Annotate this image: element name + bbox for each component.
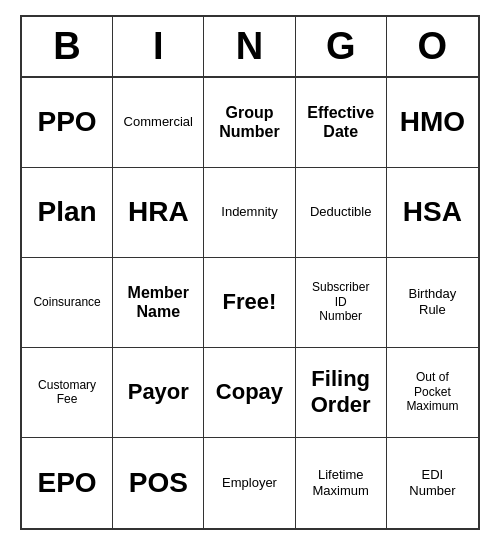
cell-r0-c1: Commercial bbox=[113, 78, 204, 168]
cell-r4-c3: LifetimeMaximum bbox=[296, 438, 387, 528]
cell-text: EffectiveDate bbox=[307, 103, 374, 141]
cell-r0-c4: HMO bbox=[387, 78, 478, 168]
cell-r2-c0: Coinsurance bbox=[22, 258, 113, 348]
cell-text: HSA bbox=[403, 195, 462, 229]
cell-r2-c3: SubscriberIDNumber bbox=[296, 258, 387, 348]
cell-text: Commercial bbox=[124, 114, 193, 130]
cell-r3-c1: Payor bbox=[113, 348, 204, 438]
cell-r1-c3: Deductible bbox=[296, 168, 387, 258]
cell-r1-c1: HRA bbox=[113, 168, 204, 258]
cell-text: EDINumber bbox=[409, 467, 455, 498]
cell-r0-c2: GroupNumber bbox=[204, 78, 295, 168]
cell-r4-c4: EDINumber bbox=[387, 438, 478, 528]
cell-text: MemberName bbox=[128, 283, 189, 321]
header-letter: B bbox=[22, 17, 113, 76]
cell-r0-c0: PPO bbox=[22, 78, 113, 168]
cell-text: PPO bbox=[38, 105, 97, 139]
cell-text: LifetimeMaximum bbox=[313, 467, 369, 498]
bingo-grid: PPOCommercialGroupNumberEffectiveDateHMO… bbox=[22, 78, 478, 528]
cell-r4-c0: EPO bbox=[22, 438, 113, 528]
header-letter: I bbox=[113, 17, 204, 76]
cell-text: EPO bbox=[38, 466, 97, 500]
cell-r3-c2: Copay bbox=[204, 348, 295, 438]
cell-text: CustomaryFee bbox=[38, 378, 96, 407]
cell-r2-c1: MemberName bbox=[113, 258, 204, 348]
cell-text: Coinsurance bbox=[33, 295, 100, 309]
cell-r3-c3: FilingOrder bbox=[296, 348, 387, 438]
cell-text: FilingOrder bbox=[311, 366, 371, 419]
header-letter: G bbox=[296, 17, 387, 76]
cell-text: Plan bbox=[38, 195, 97, 229]
header-letter: O bbox=[387, 17, 478, 76]
cell-text: SubscriberIDNumber bbox=[312, 280, 369, 323]
cell-text: Indemnity bbox=[221, 204, 277, 220]
cell-text: Employer bbox=[222, 475, 277, 491]
cell-text: BirthdayRule bbox=[409, 286, 457, 317]
cell-text: Payor bbox=[128, 379, 189, 405]
cell-r4-c1: POS bbox=[113, 438, 204, 528]
cell-r1-c0: Plan bbox=[22, 168, 113, 258]
cell-r3-c0: CustomaryFee bbox=[22, 348, 113, 438]
cell-text: GroupNumber bbox=[219, 103, 279, 141]
cell-r2-c2: Free! bbox=[204, 258, 295, 348]
cell-text: Out ofPocketMaximum bbox=[406, 370, 458, 413]
cell-r3-c4: Out ofPocketMaximum bbox=[387, 348, 478, 438]
cell-text: HMO bbox=[400, 105, 465, 139]
bingo-header: BINGO bbox=[22, 17, 478, 78]
cell-text: Free! bbox=[223, 289, 277, 315]
header-letter: N bbox=[204, 17, 295, 76]
cell-text: POS bbox=[129, 466, 188, 500]
cell-text: Deductible bbox=[310, 204, 371, 220]
cell-r1-c2: Indemnity bbox=[204, 168, 295, 258]
cell-r4-c2: Employer bbox=[204, 438, 295, 528]
cell-r2-c4: BirthdayRule bbox=[387, 258, 478, 348]
cell-text: Copay bbox=[216, 379, 283, 405]
bingo-card: BINGO PPOCommercialGroupNumberEffectiveD… bbox=[20, 15, 480, 530]
cell-r1-c4: HSA bbox=[387, 168, 478, 258]
cell-text: HRA bbox=[128, 195, 189, 229]
cell-r0-c3: EffectiveDate bbox=[296, 78, 387, 168]
